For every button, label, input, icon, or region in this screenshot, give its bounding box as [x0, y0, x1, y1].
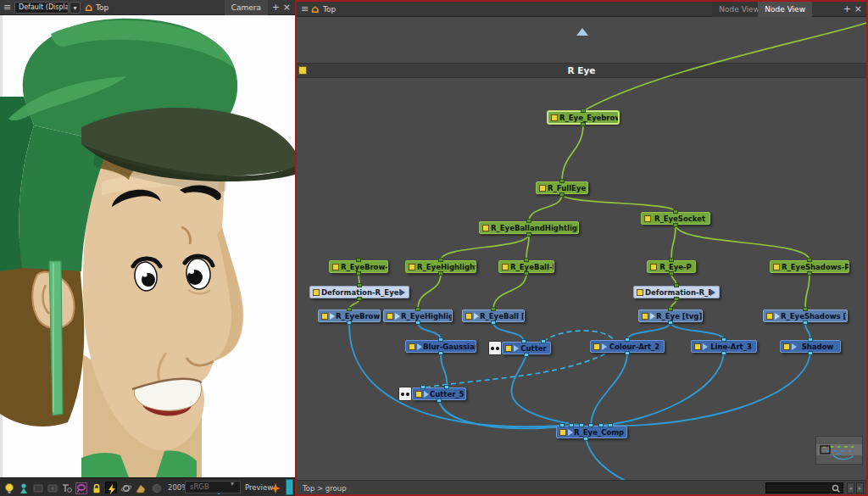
display-dropdown[interactable]: Default (Display)	[14, 2, 69, 14]
input-port[interactable]	[438, 337, 443, 342]
matte-port-icon[interactable]	[488, 341, 502, 355]
tab-camera[interactable]: Camera	[225, 0, 268, 15]
node-defBrow[interactable]: Deformation-R_EyeBrow	[309, 286, 409, 298]
node-blur[interactable]: Blur-Gaussian	[405, 340, 476, 353]
render-lightning-icon[interactable]	[105, 482, 117, 493]
node-ballP[interactable]: R_EyeBall-P	[498, 260, 554, 273]
search-input[interactable]	[765, 482, 843, 493]
output-port[interactable]	[674, 297, 679, 301]
node-browP[interactable]: R_EyeBrow-P	[329, 260, 388, 273]
cable[interactable]	[418, 322, 441, 340]
node-color-swatch[interactable]	[694, 343, 701, 350]
close-view-button[interactable]: ×	[854, 3, 862, 15]
node-color-swatch[interactable]	[313, 289, 320, 296]
output-port[interactable]	[559, 192, 565, 197]
nav-forward-button[interactable]: ▸	[856, 482, 864, 493]
cable[interactable]	[511, 354, 581, 426]
panel-resize-handle[interactable]	[286, 479, 293, 495]
node-color-swatch[interactable]	[321, 313, 328, 320]
home-icon[interactable]: ⌂	[311, 3, 319, 16]
node-expand-icon[interactable]	[400, 289, 405, 296]
input-port[interactable]	[420, 385, 426, 389]
output-port[interactable]	[357, 297, 362, 301]
cable[interactable]	[562, 194, 676, 212]
breadcrumb[interactable]: Top > group	[303, 484, 347, 493]
input-port[interactable]	[491, 307, 496, 311]
node-eyeP[interactable]: R_Eye-P	[647, 260, 696, 273]
node-socket[interactable]: R_EyeSocket	[641, 212, 710, 225]
output-port[interactable]	[669, 271, 674, 276]
node-expand-icon[interactable]	[514, 345, 519, 352]
cable[interactable]	[627, 322, 670, 340]
add-view-button[interactable]: +	[843, 3, 851, 15]
input-port[interactable]	[598, 423, 604, 427]
input-port[interactable]	[721, 337, 726, 342]
input-port[interactable]	[444, 385, 449, 389]
cable[interactable]	[418, 273, 441, 309]
output-port[interactable]	[524, 353, 529, 357]
cable[interactable]	[583, 22, 866, 111]
node-colArt[interactable]: Colour-Art_2	[590, 340, 665, 353]
node-color-swatch[interactable]	[409, 264, 415, 270]
cable[interactable]	[441, 353, 448, 387]
cable[interactable]	[562, 124, 583, 181]
tab-node-view-2[interactable]: Node View	[758, 2, 812, 17]
camera-mask-icon[interactable]	[61, 482, 73, 493]
rotate-3d-icon[interactable]	[120, 482, 132, 493]
node-hlT[interactable]: R_EyeHighlight [tvg]	[383, 309, 453, 322]
node-eyeT[interactable]: R_Eye [tvg]	[638, 309, 703, 322]
input-port[interactable]	[808, 337, 813, 342]
node-expand-icon[interactable]	[602, 343, 607, 350]
cable[interactable]	[529, 194, 562, 221]
lock-icon[interactable]	[91, 482, 103, 493]
tool-disabled-1-icon[interactable]	[32, 482, 44, 493]
cable[interactable]	[601, 353, 724, 426]
node-expand-icon[interactable]	[775, 313, 780, 320]
node-ballT[interactable]: R_EyeBall [tvg]	[462, 309, 525, 322]
node-fulleye[interactable]: R_FullEye	[536, 181, 588, 194]
cable[interactable]	[611, 353, 810, 426]
input-port[interactable]	[559, 423, 565, 427]
node-expand-icon[interactable]	[424, 391, 429, 398]
input-port[interactable]	[526, 219, 531, 223]
cable[interactable]	[591, 353, 627, 426]
input-port[interactable]	[559, 179, 565, 183]
input-port[interactable]	[357, 283, 362, 287]
node-defEye[interactable]: Deformation-R_Eye	[633, 286, 720, 298]
input-port[interactable]	[438, 258, 443, 262]
lightbulb-icon[interactable]	[3, 482, 15, 493]
input-port[interactable]	[579, 423, 584, 427]
input-port[interactable]	[581, 109, 586, 113]
star-icon[interactable]	[270, 482, 281, 493]
node-color-swatch[interactable]	[332, 264, 339, 270]
node-color-swatch[interactable]	[593, 343, 600, 350]
node-hlP[interactable]: R_EyeHighlight-P	[405, 260, 476, 273]
tool-disabled-2-icon[interactable]	[47, 482, 58, 493]
matte-port-icon[interactable]	[398, 387, 412, 401]
node-color-swatch[interactable]	[650, 264, 657, 270]
output-port[interactable]	[524, 271, 529, 276]
output-port[interactable]	[807, 271, 812, 276]
node-color-swatch[interactable]	[637, 289, 643, 296]
node-canvas[interactable]: R Eye R_Eye_EyebrowR_FullEyeR_EyeBalland…	[297, 17, 866, 480]
node-expand-icon[interactable]	[792, 343, 797, 350]
node-shadP[interactable]: R_EyeShadows-P	[770, 260, 849, 273]
input-port[interactable]	[803, 307, 808, 311]
display-dropdown-caret[interactable]: ▾	[70, 2, 81, 14]
camera-viewport[interactable]	[0, 15, 295, 477]
home-icon[interactable]: ⌂	[85, 1, 92, 14]
node-color-swatch[interactable]	[465, 313, 472, 320]
menu-icon[interactable]: ≡	[301, 3, 309, 15]
output-port[interactable]	[356, 271, 361, 276]
input-port[interactable]	[669, 258, 674, 262]
output-port[interactable]	[625, 351, 630, 355]
node-color-swatch[interactable]	[502, 264, 509, 270]
output-port[interactable]	[808, 351, 813, 355]
input-port[interactable]	[347, 307, 352, 311]
output-port[interactable]	[721, 351, 726, 355]
output-port[interactable]	[583, 437, 588, 441]
cable[interactable]	[493, 322, 524, 342]
node-shadow[interactable]: Shadow	[780, 340, 841, 353]
colorspace-caret-icon[interactable]: ▾	[231, 480, 234, 488]
node-expand-icon[interactable]	[417, 343, 422, 350]
